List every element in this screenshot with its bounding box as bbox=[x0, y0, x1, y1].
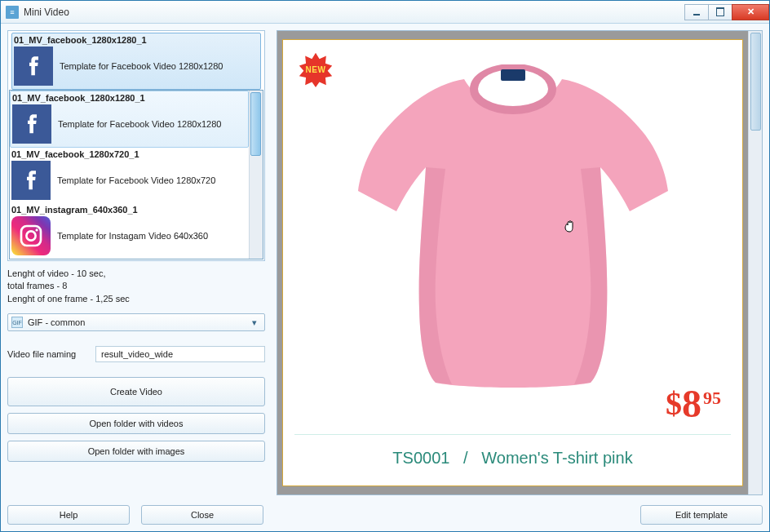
new-badge: NEW bbox=[298, 51, 334, 87]
facebook-icon bbox=[12, 104, 51, 144]
facebook-icon bbox=[11, 161, 51, 200]
output-format-combo[interactable]: GIF GIF - common ▾ bbox=[7, 313, 265, 331]
left-panel: 01_MV_facebook_1280x1280_1 Template for … bbox=[7, 30, 265, 525]
combo-value: GIF - common bbox=[28, 317, 248, 327]
chevron-down-icon: ▾ bbox=[248, 317, 261, 328]
scrollbar-thumb[interactable] bbox=[750, 33, 761, 131]
preview-scrollbar[interactable] bbox=[748, 31, 762, 494]
svg-rect-0 bbox=[21, 226, 41, 246]
edit-template-button[interactable]: Edit template bbox=[640, 505, 763, 525]
template-description: Template for Instagam Video 640x360 bbox=[57, 231, 208, 241]
client-area: 01_MV_facebook_1280x1280_1 Template for … bbox=[1, 24, 769, 531]
template-list-item[interactable]: 01_MV_facebook_1280x720_1 Template for F… bbox=[10, 148, 249, 203]
template-dropdown-list[interactable]: 01_MV_facebook_1280x1280_1 Template for … bbox=[9, 90, 263, 259]
svg-rect-6 bbox=[501, 69, 525, 81]
close-button[interactable]: Close bbox=[141, 505, 263, 525]
template-list-scrollbar[interactable] bbox=[249, 91, 263, 259]
gif-format-icon: GIF bbox=[11, 317, 23, 328]
app-window: ≡ Mini Video 01_MV_facebook_1280x1280_1 bbox=[0, 0, 770, 532]
svg-point-1 bbox=[26, 231, 35, 240]
preview-viewport[interactable]: NEW bbox=[277, 30, 763, 495]
minimize-button[interactable] bbox=[684, 4, 709, 20]
template-name: 01_MV_facebook_1280x1280_1 bbox=[12, 93, 246, 103]
template-description: Template for Facebook Video 1280x1280 bbox=[60, 61, 223, 71]
video-file-naming-label: Video file naming bbox=[7, 349, 87, 359]
video-info-text: Lenght of video - 10 sec, total frames -… bbox=[7, 268, 265, 305]
template-list-item[interactable]: 01_MV_facebook_1280x1280_1 Template for … bbox=[10, 91, 249, 148]
scrollbar-thumb[interactable] bbox=[250, 92, 261, 156]
divider bbox=[294, 434, 731, 435]
product-title: TS0001 / Women's T-shirt pink bbox=[283, 449, 742, 468]
product-price: $ 8 95 bbox=[666, 384, 721, 423]
badge-text: NEW bbox=[306, 65, 326, 74]
template-selector[interactable]: 01_MV_facebook_1280x1280_1 Template for … bbox=[7, 30, 265, 261]
help-button[interactable]: Help bbox=[7, 505, 130, 525]
create-video-button[interactable]: Create Video bbox=[7, 377, 265, 406]
maximize-button[interactable] bbox=[708, 4, 732, 20]
window-title: Mini Video bbox=[24, 7, 685, 18]
template-name: 01_MV_facebook_1280x1280_1 bbox=[14, 35, 259, 45]
template-description: Template for Facebook Video 1280x1280 bbox=[58, 119, 221, 129]
template-name: 01_MV_instagram_640x360_1 bbox=[11, 205, 247, 215]
template-name: 01_MV_facebook_1280x720_1 bbox=[11, 149, 247, 159]
open-images-folder-button[interactable]: Open folder with images bbox=[7, 441, 265, 462]
template-description: Template for Facebook Video 1280x720 bbox=[57, 175, 215, 185]
facebook-icon bbox=[14, 47, 53, 86]
video-file-naming-input[interactable] bbox=[95, 346, 265, 362]
close-window-button[interactable] bbox=[732, 4, 769, 20]
svg-point-2 bbox=[35, 228, 38, 231]
template-list-item[interactable]: 01_MV_instagram_640x360_1 Template for I… bbox=[10, 203, 249, 259]
product-image bbox=[338, 64, 688, 391]
preview-panel: NEW bbox=[277, 30, 763, 495]
product-card: NEW bbox=[282, 39, 743, 486]
app-icon: ≡ bbox=[6, 6, 19, 19]
instagram-icon bbox=[11, 216, 51, 255]
template-selected-item[interactable]: 01_MV_facebook_1280x1280_1 Template for … bbox=[11, 33, 261, 90]
titlebar[interactable]: ≡ Mini Video bbox=[1, 1, 769, 24]
open-videos-folder-button[interactable]: Open folder with videos bbox=[7, 413, 265, 434]
